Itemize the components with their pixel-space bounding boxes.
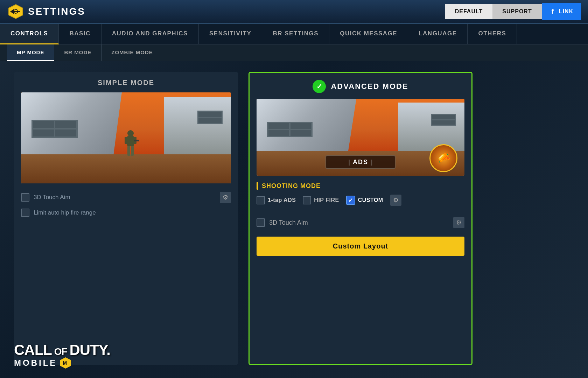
support-button[interactable]: SUPPORT [492,4,541,19]
link-button[interactable]: f LINK [542,3,581,20]
shooting-mode-title: SHOOTING MODE [262,182,321,190]
cod-mobile-hex-icon: M [60,357,71,369]
label-custom: CUSTOM [358,197,383,203]
option-3d-touch-aim: 3D Touch Aim ⚙ [21,192,231,203]
tab-quick-message[interactable]: QUICK MESSAGE [329,24,408,44]
tab-basic[interactable]: BASIC [59,24,101,44]
logo-icon: ⬡ [7,3,24,20]
mode-tab-br[interactable]: BR MODE [54,44,102,61]
checkbox-advanced-3d-touch[interactable] [257,218,265,227]
advanced-option-3d-touch: 3D Touch Aim ⚙ [257,217,464,228]
ads-label: ADS [353,159,368,166]
svg-point-3 [127,130,134,136]
link-label: LINK [559,8,573,15]
label-1tap-ads: 1-tap ADS [268,197,296,203]
cod-logo: CALL OF DUTY. MOBILE M [14,343,110,369]
label-hip-fire: HIP FIRE [314,197,339,203]
advanced-mode-card: ✓ ADVANCED MODE [248,72,472,365]
label-3d-touch-aim: 3D Touch Aim [34,194,216,201]
cod-subtitle: MOBILE M [14,357,110,369]
label-advanced-3d-touch: 3D Touch Aim [269,219,449,226]
option-1tap-ads[interactable]: 1-tap ADS [257,196,296,204]
mode-tab-zombie[interactable]: ZOMBIE MODE [102,44,163,61]
option-hip-fire[interactable]: HIP FIRE [303,196,339,204]
logo-area: ⬡ SETTINGS [7,3,85,20]
gear-3d-touch-aim[interactable]: ⚙ [220,192,231,203]
header: ⬡ SETTINGS DEFAULT SUPPORT f LINK [0,0,588,24]
option-limit-hip-fire: Limit auto hip fire range [21,209,231,217]
section-bar [257,182,258,190]
custom-layout-button[interactable]: Custom Layout [257,237,464,256]
gear-advanced-3d-touch[interactable]: ⚙ [453,217,464,228]
shooting-options: 1-tap ADS HIP FIRE ✓ CUSTOM ⚙ [257,195,464,206]
checkbox-custom[interactable]: ✓ [346,196,355,205]
main-content: SIMPLE MODE [0,61,588,376]
advanced-mode-image: | ADS | 🔫 [257,99,464,176]
svg-rect-8 [131,146,134,156]
svg-rect-9 [134,140,139,141]
svg-rect-5 [125,137,127,144]
shooting-mode-header: SHOOTING MODE [257,182,464,190]
tab-br-settings[interactable]: BR SETTINGS [262,24,329,44]
simple-mode-title: SIMPLE MODE [21,79,231,87]
facebook-icon: f [550,7,556,16]
checkbox-1tap-ads[interactable] [257,196,265,204]
top-nav: CONTROLS BASIC AUDIO AND GRAPHICS SENSIT… [0,24,588,44]
label-limit-hip-fire: Limit auto hip fire range [34,209,231,216]
mode-tabs: MP MODE BR MODE ZOMBIE MODE [0,44,588,61]
mode-tab-mp[interactable]: MP MODE [7,44,54,61]
simple-mode-card: SIMPLE MODE [14,72,238,365]
tab-audio-graphics[interactable]: AUDIO AND GRAPHICS [102,24,199,44]
advanced-mode-header: ✓ ADVANCED MODE [257,80,464,93]
default-button[interactable]: DEFAULT [445,4,493,19]
selected-checkmark: ✓ [313,80,326,93]
ads-bar: | ADS | [326,155,396,169]
tab-controls[interactable]: CONTROLS [0,24,59,44]
checkbox-hip-fire[interactable] [303,196,311,204]
cod-title: CALL OF DUTY. [14,343,110,357]
svg-rect-4 [127,136,134,146]
fire-button[interactable]: 🔫 [429,144,457,172]
checkbox-3d-touch-aim[interactable] [21,193,29,202]
tab-others[interactable]: OTHERS [468,24,517,44]
advanced-mode-title: ADVANCED MODE [331,82,408,91]
shooting-mode-section: SHOOTING MODE 1-tap ADS HIP FIRE ✓ [257,182,464,211]
simple-mode-image [21,92,231,183]
tab-sensitivity[interactable]: SENSITIVITY [199,24,262,44]
svg-rect-7 [127,146,130,156]
header-title: SETTINGS [28,6,85,17]
checkbox-limit-hip-fire[interactable] [21,209,29,217]
gear-shooting-mode[interactable]: ⚙ [390,195,401,206]
option-custom[interactable]: ✓ CUSTOM [346,196,383,205]
header-buttons: DEFAULT SUPPORT f LINK [445,3,581,20]
tab-language[interactable]: LANGUAGE [408,24,468,44]
